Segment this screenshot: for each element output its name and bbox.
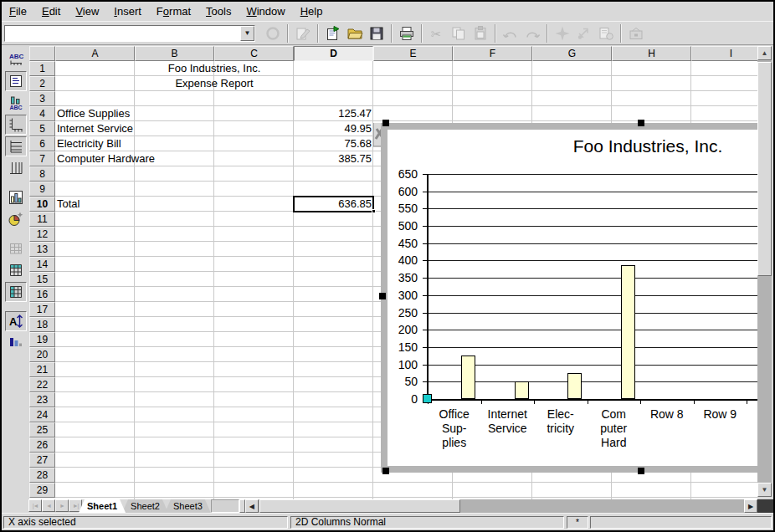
cell-value-row6[interactable]: 75.68	[294, 136, 372, 151]
menu-view[interactable]: View	[68, 3, 106, 19]
combo-dropdown-icon[interactable]: ▼	[240, 26, 254, 41]
row-header-3[interactable]: 3	[29, 91, 55, 106]
scroll-right-icon[interactable]: ▶	[744, 499, 757, 513]
row-header-22[interactable]: 22	[29, 377, 55, 392]
column-header-d[interactable]: D	[294, 46, 373, 61]
axes-titles-on-off-icon[interactable]: ABC	[5, 93, 27, 113]
row-header-12[interactable]: 12	[29, 227, 55, 242]
row-header-27[interactable]: 27	[29, 453, 55, 468]
cell-value-row4[interactable]: 125.47	[294, 106, 372, 121]
data-in-rows-icon[interactable]	[5, 260, 27, 280]
object-handle-top-left[interactable]	[382, 120, 389, 126]
save-document-icon[interactable]	[367, 23, 387, 43]
scroll-left-icon[interactable]: ◀	[245, 499, 259, 513]
chart-bar-4[interactable]	[621, 265, 635, 399]
x-axis[interactable]	[427, 399, 758, 401]
column-header-g[interactable]: G	[532, 46, 612, 61]
horizontal-scrollbar[interactable]: ◀ ▶	[245, 499, 757, 513]
chart-bar-3[interactable]	[567, 373, 582, 399]
column-header-c[interactable]: C	[214, 46, 294, 61]
chart-bar-1[interactable]	[461, 356, 475, 399]
horizontal-scroll-thumb[interactable]	[259, 499, 460, 513]
row-header-11[interactable]: 11	[29, 212, 55, 227]
row-header-29[interactable]: 29	[29, 483, 55, 498]
column-header-b[interactable]: B	[135, 46, 214, 61]
row-header-21[interactable]: 21	[29, 362, 55, 377]
edit-chart-type-icon[interactable]	[5, 187, 27, 207]
row-header-28[interactable]: 28	[29, 468, 55, 483]
row-header-19[interactable]: 19	[29, 332, 55, 347]
new-document-icon[interactable]	[323, 23, 343, 43]
sheet-tab-sheet3[interactable]: Sheet3	[165, 499, 211, 513]
row-header-16[interactable]: 16	[29, 287, 55, 302]
cell-value-row7[interactable]: 385.75	[294, 151, 372, 166]
row-header-25[interactable]: 25	[29, 422, 55, 437]
titles-on-off-icon[interactable]: ABC	[5, 49, 27, 69]
row-header-8[interactable]: 8	[29, 166, 55, 182]
open-document-icon[interactable]	[345, 23, 365, 43]
row-header-10[interactable]: 10	[29, 197, 55, 212]
select-all-corner[interactable]	[29, 46, 55, 61]
row-header-1[interactable]: 1	[29, 61, 55, 76]
y-axis[interactable]	[427, 174, 429, 399]
row-header-20[interactable]: 20	[29, 347, 55, 362]
print-icon[interactable]	[397, 23, 417, 43]
cell-label-row4[interactable]: Office Supplies	[57, 106, 224, 121]
row-header-4[interactable]: 4	[29, 106, 55, 121]
object-handle-top-middle[interactable]	[638, 120, 644, 126]
chart-canvas[interactable]: Foo Industries, Inc. 0501001502002503003…	[388, 130, 758, 466]
reorganize-chart-icon[interactable]	[5, 333, 27, 353]
column-header-e[interactable]: E	[373, 46, 453, 61]
row-header-24[interactable]: 24	[29, 407, 55, 422]
url-combo[interactable]: ▼	[4, 25, 255, 42]
cell-label-row5[interactable]: Internet Service	[57, 121, 224, 136]
column-header-a[interactable]: A	[55, 46, 135, 61]
sheet-tab-sheet2[interactable]: Sheet2	[122, 499, 168, 513]
menu-tools[interactable]: Tools	[198, 3, 239, 19]
merged-title-row1[interactable]: Foo Industries, Inc.	[135, 61, 294, 76]
chart-bar-2[interactable]	[515, 381, 529, 399]
menu-insert[interactable]: Insert	[106, 3, 149, 19]
row-header-23[interactable]: 23	[29, 392, 55, 407]
legend-on-off-icon[interactable]	[5, 71, 27, 91]
row-header-15[interactable]: 15	[29, 272, 55, 287]
row-header-26[interactable]: 26	[29, 437, 55, 453]
vertical-grid-on-off-icon[interactable]	[5, 158, 27, 178]
vertical-scrollbar[interactable]: ▲ ▼	[757, 46, 772, 497]
scroll-up-icon[interactable]: ▲	[757, 46, 772, 60]
autoformat-chart-icon[interactable]	[5, 209, 27, 229]
active-cell-border[interactable]	[293, 196, 374, 212]
chart-title[interactable]: Foo Industries, Inc.	[573, 136, 723, 156]
menu-file[interactable]: File	[2, 3, 34, 19]
menu-edit[interactable]: Edit	[34, 3, 68, 19]
tab-scrollbar-splitter[interactable]	[239, 499, 245, 513]
object-handle-left-middle[interactable]	[379, 293, 386, 299]
menu-help[interactable]: Help	[293, 3, 331, 19]
object-handle-bottom-left[interactable]	[382, 468, 389, 474]
horizontal-grid-on-off-icon[interactable]	[5, 136, 27, 156]
scroll-down-icon[interactable]: ▼	[757, 483, 772, 497]
column-header-h[interactable]: H	[612, 46, 691, 61]
column-header-i[interactable]: I	[691, 46, 757, 61]
row-header-6[interactable]: 6	[29, 136, 55, 151]
menu-window[interactable]: Window	[239, 3, 292, 19]
object-handle-bottom-middle[interactable]	[638, 468, 644, 474]
sheet-tab-sheet1[interactable]: Sheet1	[79, 499, 126, 513]
cell-label-row7[interactable]: Computer Hardware	[57, 151, 224, 166]
cell-label-row6[interactable]: Electricity Bill	[57, 136, 224, 151]
scale-text-icon[interactable]: A	[5, 311, 27, 331]
vertical-scroll-thumb[interactable]	[757, 62, 772, 276]
data-in-columns-icon[interactable]	[5, 282, 27, 302]
axes-descriptions-on-off-icon[interactable]	[5, 115, 27, 135]
row-header-17[interactable]: 17	[29, 302, 55, 317]
row-header-13[interactable]: 13	[29, 242, 55, 257]
cell-value-row5[interactable]: 49.95	[294, 121, 372, 136]
url-combo-field[interactable]	[5, 26, 240, 41]
row-header-2[interactable]: 2	[29, 76, 55, 91]
merged-title-row2[interactable]: Expense Report	[135, 76, 294, 91]
row-header-14[interactable]: 14	[29, 257, 55, 272]
row-header-9[interactable]: 9	[29, 182, 55, 197]
row-header-18[interactable]: 18	[29, 317, 55, 332]
column-header-f[interactable]: F	[453, 46, 532, 61]
row-header-7[interactable]: 7	[29, 151, 55, 166]
